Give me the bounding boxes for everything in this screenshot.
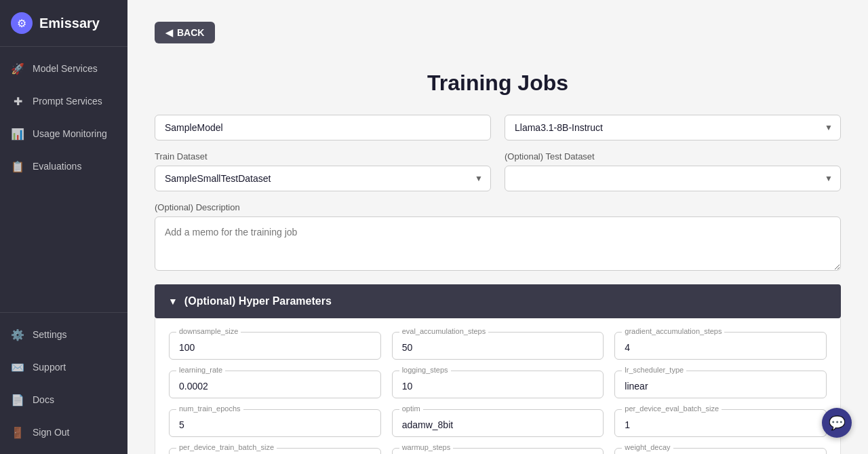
param-input-per-device-eval-batch-size[interactable] — [625, 417, 816, 430]
param-label: gradient_accumulation_steps — [622, 327, 724, 335]
support-icon: ✉️ — [11, 360, 24, 374]
dataset-row: Train Dataset SampleSmallTestDataset ▼ (… — [155, 151, 841, 191]
train-dataset-select[interactable]: SampleSmallTestDataset — [155, 166, 491, 191]
param-input-lr-scheduler-type[interactable] — [625, 378, 816, 392]
model-name-group — [155, 115, 491, 140]
sidebar-item-label: Settings — [33, 329, 67, 340]
sidebar-item-label: Prompt Services — [33, 96, 102, 107]
test-dataset-select-wrapper: ▼ — [505, 166, 841, 191]
sidebar-nav: 🚀 Model Services ✚ Prompt Services 📊 Usa… — [0, 47, 127, 312]
param-label: lr_scheduler_type — [622, 366, 686, 374]
param-per-device-train-batch-size: per_device_train_batch_size — [169, 448, 381, 454]
param-label: eval_accumulation_steps — [399, 327, 489, 335]
test-dataset-select[interactable] — [505, 166, 841, 191]
param-num-train-epochs: num_train_epochs — [169, 409, 381, 437]
param-input-optim[interactable] — [402, 417, 594, 430]
param-eval-accumulation-steps: eval_accumulation_steps — [392, 332, 604, 360]
param-label: optim — [399, 404, 423, 413]
app-name: Emissary — [39, 16, 100, 31]
test-dataset-label: (Optional) Test Dataset — [505, 151, 841, 162]
model-services-icon: 🚀 — [11, 62, 24, 75]
sidebar-item-docs[interactable]: 📄 Docs — [0, 383, 127, 416]
description-textarea[interactable] — [155, 216, 841, 271]
base-model-select[interactable]: Llama3.1-8B-Instruct — [505, 115, 841, 140]
param-label: num_train_epochs — [176, 404, 243, 413]
param-input-gradient-accumulation-steps[interactable] — [625, 339, 816, 353]
param-lr-scheduler-type: lr_scheduler_type — [614, 371, 827, 398]
page-header-area: ◀ BACK — [155, 22, 841, 60]
param-label: learning_rate — [176, 366, 225, 374]
test-dataset-group: (Optional) Test Dataset ▼ — [505, 151, 841, 191]
evaluations-icon: 📋 — [11, 159, 24, 173]
main-content: ◀ BACK Training Jobs Llama3.1-8B-Instruc… — [127, 0, 868, 454]
sidebar-item-label: Usage Monitoring — [33, 128, 107, 139]
param-per-device-eval-batch-size: per_device_eval_batch_size — [614, 409, 827, 437]
hyper-params-title: (Optional) Hyper Parameters — [184, 295, 332, 307]
sign-out-icon: 🚪 — [11, 425, 24, 439]
param-weight-decay: weight_decay — [614, 448, 827, 454]
sidebar-item-prompt-services[interactable]: ✚ Prompt Services — [0, 85, 127, 117]
param-downsample-size: downsample_size — [169, 332, 381, 360]
param-label: per_device_train_batch_size — [176, 443, 277, 451]
usage-monitoring-icon: 📊 — [11, 127, 24, 140]
model-name-input[interactable] — [155, 115, 491, 140]
param-logging-steps: logging_steps — [392, 371, 604, 398]
train-dataset-select-wrapper: SampleSmallTestDataset ▼ — [155, 166, 491, 191]
hyper-params-header[interactable]: ▼ (Optional) Hyper Parameters — [155, 284, 841, 318]
hyper-params-section: ▼ (Optional) Hyper Parameters downsample… — [155, 284, 841, 454]
sidebar: ⚙ Emissary 🚀 Model Services ✚ Prompt Ser… — [0, 0, 127, 454]
sidebar-item-sign-out[interactable]: 🚪 Sign Out — [0, 416, 127, 449]
base-model-select-wrapper: Llama3.1-8B-Instruct ▼ — [505, 115, 841, 140]
param-input-downsample-size[interactable] — [179, 339, 371, 353]
description-label: (Optional) Description — [155, 202, 841, 212]
param-input-logging-steps[interactable] — [402, 378, 594, 392]
param-label: downsample_size — [176, 327, 241, 335]
param-input-num-train-epochs[interactable] — [179, 417, 371, 430]
train-dataset-group: Train Dataset SampleSmallTestDataset ▼ — [155, 151, 491, 191]
sidebar-bottom: ⚙️ Settings ✉️ Support 📄 Docs 🚪 Sign Out — [0, 312, 127, 454]
settings-icon: ⚙️ — [11, 328, 24, 341]
param-label: logging_steps — [399, 366, 451, 374]
description-group: (Optional) Description — [155, 202, 841, 271]
chat-icon: 💬 — [829, 415, 846, 431]
back-button[interactable]: ◀ BACK — [155, 22, 215, 43]
prompt-services-icon: ✚ — [11, 94, 24, 108]
param-learning-rate: learning_rate — [169, 371, 381, 398]
param-input-learning-rate[interactable] — [179, 378, 371, 392]
chat-bubble-button[interactable]: 💬 — [822, 408, 852, 438]
sidebar-item-label: Model Services — [33, 63, 98, 74]
sidebar-item-label: Support — [33, 362, 66, 373]
sidebar-item-label: Docs — [33, 394, 54, 405]
train-dataset-label: Train Dataset — [155, 151, 491, 162]
sidebar-item-settings[interactable]: ⚙️ Settings — [0, 318, 127, 351]
base-model-group: Llama3.1-8B-Instruct ▼ — [505, 115, 841, 140]
logo-icon: ⚙ — [11, 12, 33, 34]
sidebar-item-support[interactable]: ✉️ Support — [0, 351, 127, 383]
param-input-eval-accumulation-steps[interactable] — [402, 339, 594, 353]
page-title: Training Jobs — [155, 71, 841, 96]
sidebar-item-evaluations[interactable]: 📋 Evaluations — [0, 150, 127, 183]
sidebar-item-usage-monitoring[interactable]: 📊 Usage Monitoring — [0, 117, 127, 150]
param-label: weight_decay — [622, 443, 673, 451]
param-label: per_device_eval_batch_size — [622, 404, 722, 413]
back-arrow-icon: ◀ — [165, 27, 173, 38]
params-grid: downsample_size eval_accumulation_steps … — [169, 332, 827, 454]
param-gradient-accumulation-steps: gradient_accumulation_steps — [614, 332, 827, 360]
model-base-row: Llama3.1-8B-Instruct ▼ — [155, 115, 841, 140]
sidebar-item-model-services[interactable]: 🚀 Model Services — [0, 52, 127, 85]
docs-icon: 📄 — [11, 393, 24, 406]
page-title-area: Training Jobs — [155, 71, 841, 96]
back-label: BACK — [177, 27, 204, 38]
sidebar-item-label: Sign Out — [33, 427, 69, 438]
param-warmup-steps: warmup_steps — [392, 448, 604, 454]
param-optim: optim — [392, 409, 604, 437]
collapse-toggle-icon: ▼ — [168, 296, 178, 307]
app-logo: ⚙ Emissary — [0, 0, 127, 47]
param-label: warmup_steps — [399, 443, 454, 451]
sidebar-item-label: Evaluations — [33, 161, 81, 172]
hyper-params-content: downsample_size eval_accumulation_steps … — [155, 318, 841, 454]
